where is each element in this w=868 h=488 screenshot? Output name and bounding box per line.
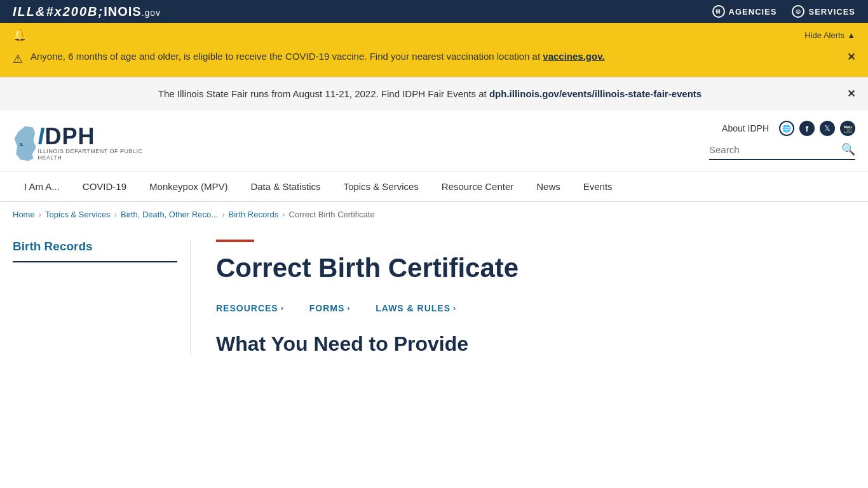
logo-image: IL IDPH Illinois Department of Public He… bbox=[13, 121, 153, 165]
laws-rules-chevron: › bbox=[453, 304, 456, 313]
breadcrumb-sep-3: › bbox=[222, 210, 224, 219]
nav-item-data-statistics: Data & Statistics bbox=[239, 172, 332, 201]
forms-link[interactable]: FORMS › bbox=[309, 303, 351, 313]
alert-message: ⚠ Anyone, 6 months of age and older, is … bbox=[13, 44, 855, 77]
header-top-links: About IDPH 🌐 f 𝕏 📷 bbox=[722, 121, 855, 136]
services-link[interactable]: ◎ SERVICES bbox=[792, 5, 855, 18]
globe-icon[interactable]: 🌐 bbox=[779, 121, 794, 136]
nav-item-topics-services: Topics & Services bbox=[332, 172, 430, 201]
agencies-icon: ⊞ bbox=[712, 5, 725, 18]
breadcrumb-birth-records[interactable]: Birth Records bbox=[229, 210, 279, 219]
nav-link-monkeypox[interactable]: Monkeypox (MPV) bbox=[138, 172, 239, 201]
services-icon: ◎ bbox=[792, 5, 804, 18]
bell-icon: 🔔 bbox=[13, 28, 27, 42]
services-label: SERVICES bbox=[808, 7, 855, 17]
search-button[interactable]: 🔍 bbox=[841, 142, 855, 156]
nav-item-monkeypox: Monkeypox (MPV) bbox=[138, 172, 239, 201]
sidebar-divider bbox=[13, 261, 177, 262]
vaccines-link[interactable]: vaccines.gov. bbox=[543, 51, 604, 62]
resources-link[interactable]: RESOURCES › bbox=[216, 303, 284, 313]
dot-gov-text: .gov bbox=[142, 8, 161, 18]
breadcrumb-topics-services[interactable]: Topics & Services bbox=[45, 210, 111, 219]
forms-chevron: › bbox=[347, 304, 350, 313]
social-icons: 🌐 f 𝕏 📷 bbox=[779, 121, 855, 136]
main-header: IL IDPH Illinois Department of Public He… bbox=[0, 111, 868, 172]
accent-line bbox=[216, 240, 254, 242]
header-right: About IDPH 🌐 f 𝕏 📷 🔍 bbox=[709, 121, 855, 160]
nav-link-events[interactable]: Events bbox=[572, 172, 624, 201]
alert-close-button[interactable]: ✕ bbox=[847, 50, 855, 65]
alert-banner-header: 🔔 Hide Alerts ▲ bbox=[13, 23, 855, 44]
logo-text: INOIS bbox=[104, 4, 141, 18]
nav-link-covid[interactable]: COVID-19 bbox=[71, 172, 138, 201]
nav-link-i-am-a[interactable]: I Am A... bbox=[13, 172, 71, 201]
forms-label: FORMS bbox=[309, 303, 345, 313]
breadcrumb-current: Correct Birth Certificate bbox=[289, 210, 375, 219]
section-heading: What You Need to Provide bbox=[216, 332, 855, 356]
twitter-icon[interactable]: 𝕏 bbox=[820, 121, 835, 136]
idph-logo: IL IDPH Illinois Department of Public He… bbox=[13, 121, 153, 165]
info-banner-text: The Illinois State Fair runs from August… bbox=[13, 87, 847, 102]
nav-link-news[interactable]: News bbox=[525, 172, 572, 201]
alert-banner: 🔔 Hide Alerts ▲ ⚠ Anyone, 6 months of ag… bbox=[0, 23, 868, 77]
agencies-label: AGENCIES bbox=[729, 7, 777, 17]
gov-bar-links: ⊞ AGENCIES ◎ SERVICES bbox=[712, 5, 855, 18]
instagram-icon[interactable]: 📷 bbox=[840, 121, 855, 136]
breadcrumb: Home › Topics & Services › Birth, Death,… bbox=[0, 202, 868, 227]
gov-bar: ILL​&#x200B;INOIS.gov ⊞ AGENCIES ◎ SERVI… bbox=[0, 0, 868, 23]
content-links: RESOURCES › FORMS › LAWS & RULES › bbox=[216, 303, 855, 313]
breadcrumb-sep-4: › bbox=[282, 210, 285, 219]
sidebar: Birth Records bbox=[13, 240, 191, 356]
svg-text:IL: IL bbox=[20, 142, 24, 147]
hide-alerts-icon: ▲ bbox=[847, 30, 855, 40]
alert-text: Anyone, 6 months of age and older, is el… bbox=[31, 50, 839, 64]
nav-link-data-statistics[interactable]: Data & Statistics bbox=[239, 172, 332, 201]
warning-icon: ⚠ bbox=[13, 51, 23, 68]
hide-alerts-button[interactable]: Hide Alerts ▲ bbox=[804, 30, 855, 40]
state-shape-icon: IL bbox=[13, 123, 37, 164]
logo-text-block: IDPH Illinois Department of Public Healt… bbox=[37, 125, 153, 161]
nav-item-news: News bbox=[525, 172, 572, 201]
nav-link-topics-services[interactable]: Topics & Services bbox=[332, 172, 430, 201]
resources-chevron: › bbox=[281, 304, 284, 313]
breadcrumb-home[interactable]: Home bbox=[13, 210, 35, 219]
logo-subtitle: Illinois Department of Public Health bbox=[37, 148, 153, 161]
agencies-link[interactable]: ⊞ AGENCIES bbox=[712, 5, 777, 18]
nav-item-resource-center: Resource Center bbox=[430, 172, 525, 201]
nav-item-i-am-a: I Am A... bbox=[13, 172, 71, 201]
laws-rules-link[interactable]: LAWS & RULES › bbox=[376, 303, 456, 313]
page-content: Correct Birth Certificate RESOURCES › FO… bbox=[191, 240, 855, 356]
main-content: Birth Records Correct Birth Certificate … bbox=[0, 227, 868, 381]
search-bar: 🔍 bbox=[709, 142, 855, 160]
idph-acronym: IDPH bbox=[37, 125, 153, 148]
about-idph-link[interactable]: About IDPH bbox=[722, 123, 769, 133]
alert-message-text: Anyone, 6 months of age and older, is el… bbox=[31, 51, 540, 62]
info-message-text: The Illinois State Fair runs from August… bbox=[158, 88, 487, 99]
breadcrumb-sep-2: › bbox=[114, 210, 117, 219]
facebook-icon[interactable]: f bbox=[799, 121, 815, 136]
idph-fair-link-text: dph.illinois.gov/events/illinois-state-f… bbox=[489, 88, 702, 99]
page-title: Correct Birth Certificate bbox=[216, 252, 855, 284]
state-logo: ILL​&#x200B;INOIS.gov bbox=[13, 4, 161, 19]
nav-item-covid: COVID-19 bbox=[71, 172, 138, 201]
info-banner: The Illinois State Fair runs from August… bbox=[0, 77, 868, 111]
info-close-button[interactable]: ✕ bbox=[847, 86, 855, 102]
sidebar-title: Birth Records bbox=[13, 240, 177, 254]
main-nav: I Am A... COVID-19 Monkeypox (MPV) Data … bbox=[0, 172, 868, 202]
breadcrumb-sep-1: › bbox=[39, 210, 41, 219]
nav-list: I Am A... COVID-19 Monkeypox (MPV) Data … bbox=[13, 172, 855, 201]
resources-label: RESOURCES bbox=[216, 303, 278, 313]
search-input[interactable] bbox=[709, 144, 841, 155]
laws-rules-label: LAWS & RULES bbox=[376, 303, 451, 313]
nav-item-events: Events bbox=[572, 172, 624, 201]
hide-alerts-label: Hide Alerts bbox=[804, 30, 844, 40]
idph-fair-link[interactable]: dph.illinois.gov/events/illinois-state-f… bbox=[489, 88, 702, 99]
breadcrumb-birth-death[interactable]: Birth, Death, Other Reco... bbox=[121, 210, 218, 219]
nav-link-resource-center[interactable]: Resource Center bbox=[430, 172, 525, 201]
